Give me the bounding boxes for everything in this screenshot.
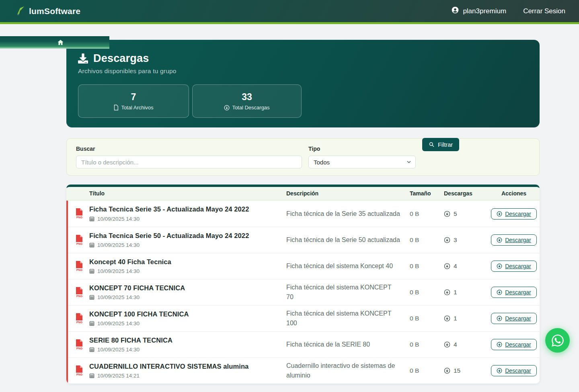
calendar-icon: [89, 373, 94, 378]
svg-text:PNG: PNG: [76, 321, 83, 324]
svg-text:PNG: PNG: [76, 242, 83, 245]
download-button[interactable]: Descargar: [491, 313, 537, 324]
file-size: 0 B: [410, 367, 444, 374]
download-circle-icon: [444, 341, 450, 348]
file-title: KONCEPT 100 FICHA TECNICA: [89, 310, 189, 318]
download-circle-icon: [497, 211, 502, 217]
page-title-row: Descargas: [78, 52, 528, 65]
file-download-count: 15: [444, 367, 488, 374]
file-date: 10/09/2025 14:30: [89, 320, 189, 326]
download-circle-icon: [497, 342, 502, 347]
download-circle-icon: [224, 105, 230, 111]
download-circle-icon: [497, 237, 502, 243]
filter-button-label: Filtrar: [438, 142, 453, 148]
table-row: PNG KONCEPT 100 FICHA TECNICA 10/09/2025…: [68, 305, 540, 331]
file-date: 10/09/2025 14:30: [89, 242, 249, 248]
file-size: 0 B: [410, 315, 444, 322]
downloads-header-card: Descargas Archivos disponibles para tu g…: [66, 40, 540, 127]
download-tray-icon: [78, 53, 88, 64]
file-size: 0 B: [410, 341, 444, 348]
file-title: Koncept 40 Ficha Tecnica: [89, 258, 171, 266]
file-download-count: 3: [444, 236, 488, 244]
downloads-table: Título Descripción Tamaño Descargas Acci…: [66, 185, 540, 384]
file-download-count: 1: [444, 315, 488, 322]
file-size: 0 B: [410, 210, 444, 218]
download-button[interactable]: Descargar: [491, 365, 537, 376]
stats-row: 7 Total Archivos 33 Total Descargas: [78, 84, 528, 118]
download-circle-icon: [444, 315, 450, 322]
calendar-icon: [89, 321, 94, 326]
download-circle-icon: [444, 263, 450, 269]
file-icon: [113, 105, 119, 111]
brand-logo[interactable]: lumSoftware: [15, 5, 80, 17]
file-description: Ficha técnica del sistema KONCEPT 70: [286, 283, 410, 302]
file-description: Ficha técnica de la SERIE 80: [286, 340, 410, 349]
svg-text:PNG: PNG: [76, 295, 83, 298]
calendar-icon: [89, 295, 94, 300]
file-download-count: 4: [444, 263, 488, 270]
svg-text:PNG: PNG: [76, 373, 83, 376]
pdf-file-icon: PNG: [75, 313, 84, 324]
pdf-file-icon: PNG: [75, 339, 84, 350]
file-date: 10/09/2025 14:30: [89, 294, 185, 300]
pdf-file-icon: PNG: [75, 208, 84, 219]
type-select[interactable]: Todos: [308, 156, 416, 168]
column-header-descripcion: Descripción: [286, 190, 410, 197]
stat-total-files-value: 7: [131, 92, 136, 103]
file-description: Ficha técnica del sistema Koncept 40: [286, 261, 410, 271]
filter-button[interactable]: Filtrar: [422, 138, 459, 151]
whatsapp-icon: [551, 334, 565, 347]
file-size: 0 B: [410, 236, 444, 244]
user-menu[interactable]: plan3premium: [451, 6, 506, 16]
file-title: CUADERNILLO INTERACTIVO SISTEMAS alumina: [89, 363, 248, 371]
column-header-descargas: Descargas: [444, 190, 488, 197]
file-title: SERIE 80 FICHA TECNICA: [89, 337, 172, 345]
table-row: PNG Ficha Tecnica Serie 35 - Actualizada…: [68, 201, 540, 227]
calendar-icon: [89, 242, 94, 248]
search-label: Buscar: [76, 146, 302, 152]
file-size: 0 B: [410, 289, 444, 296]
table-row: PNG SERIE 80 FICHA TECNICA 10/09/2025 14…: [68, 331, 540, 357]
table-row: PNG CUADERNILLO INTERACTIVO SISTEMAS alu…: [68, 357, 540, 384]
search-input[interactable]: [76, 156, 302, 168]
search-icon: [429, 142, 435, 148]
download-circle-icon: [444, 211, 450, 217]
brand-name: lumSoftware: [29, 6, 80, 16]
calendar-icon: [89, 347, 94, 352]
stat-total-downloads: 33 Total Descargas: [192, 84, 302, 118]
file-title: KONCEPT 70 FICHA TECNICA: [89, 284, 185, 292]
file-description: Ficha técnica de la Serie 50 actualizada: [286, 235, 410, 245]
column-header-acciones: Acciones: [488, 190, 540, 197]
download-button[interactable]: Descargar: [491, 287, 537, 298]
page-subtitle: Archivos disponibles para tu grupo: [78, 68, 528, 75]
column-header-titulo: Título: [66, 190, 286, 197]
svg-text:PNG: PNG: [76, 216, 83, 219]
pdf-file-icon: PNG: [75, 365, 84, 376]
download-circle-icon: [444, 289, 450, 296]
file-title: Ficha Tecnica Serie 50 - Actualizada May…: [89, 232, 249, 240]
stat-total-downloads-label: Total Descargas: [232, 105, 269, 111]
pdf-file-icon: PNG: [75, 261, 84, 272]
download-button[interactable]: Descargar: [491, 261, 537, 272]
download-circle-icon: [444, 237, 450, 243]
brand-logo-icon: [15, 5, 26, 17]
stat-total-downloads-value: 33: [242, 92, 252, 103]
download-button[interactable]: Descargar: [491, 208, 537, 220]
svg-text:PNG: PNG: [76, 269, 83, 271]
filter-bar: Buscar Tipo Todos Filtrar: [66, 138, 540, 176]
download-button[interactable]: Descargar: [491, 339, 537, 350]
calendar-icon: [89, 216, 94, 222]
file-date: 10/09/2025 14:30: [89, 268, 171, 274]
download-circle-icon: [497, 316, 502, 321]
logout-link[interactable]: Cerrar Sesion: [523, 7, 565, 15]
whatsapp-button[interactable]: [545, 328, 570, 353]
table-row: PNG KONCEPT 70 FICHA TECNICA 10/09/2025 …: [68, 279, 540, 305]
user-name: plan3premium: [463, 7, 506, 15]
file-size: 0 B: [410, 263, 444, 270]
file-download-count: 4: [444, 341, 488, 348]
top-navbar: lumSoftware plan3premium Cerrar Sesion: [0, 0, 579, 24]
file-description: Cuadernillo interactivo de sistemas de a…: [286, 361, 410, 380]
home-tab[interactable]: [0, 36, 109, 49]
table-row: PNG Ficha Tecnica Serie 50 - Actualizada…: [68, 227, 540, 253]
download-button[interactable]: Descargar: [491, 234, 537, 246]
